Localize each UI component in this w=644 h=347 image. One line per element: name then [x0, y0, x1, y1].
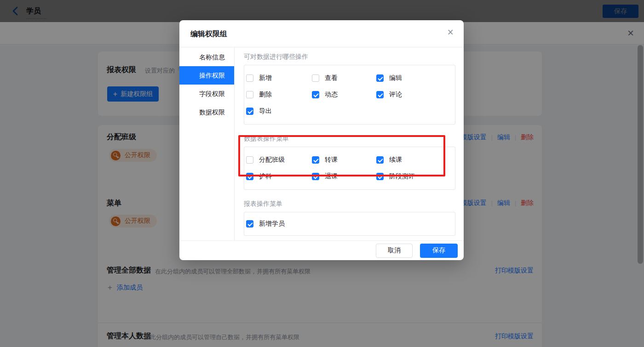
- tab-name-info[interactable]: 名称信息: [179, 48, 234, 66]
- checkbox-group-box: 分配班级 转课 续课: [244, 147, 455, 190]
- checkbox[interactable]: [312, 74, 319, 82]
- checkbox[interactable]: [312, 91, 319, 98]
- tab-field-permission[interactable]: 字段权限: [179, 85, 234, 103]
- checkbox-label: 导出: [259, 107, 272, 115]
- checkbox-label: 评论: [389, 91, 402, 99]
- checkbox[interactable]: [376, 173, 384, 180]
- checkbox-label: 查看: [325, 74, 338, 82]
- checkbox-item-activity[interactable]: 动态: [312, 91, 376, 99]
- screen: 学员 保存 × 报表权限 设置对应的「 + 新建权限组 分配班级: [0, 0, 644, 347]
- modal-tab-list: 名称信息 操作权限 字段权限 数据权限: [179, 47, 235, 240]
- checkbox-label: 动态: [325, 91, 338, 99]
- modal-content: 可对数据进行哪些操作 新增 查看: [235, 47, 464, 240]
- checkbox-item-renew-course[interactable]: 续课: [376, 156, 455, 164]
- checkbox[interactable]: [312, 156, 319, 164]
- checkbox-label: 续课: [389, 156, 402, 164]
- checkbox-item-create[interactable]: 新增: [246, 74, 312, 82]
- checkbox-item-assign-class[interactable]: 分配班级: [246, 156, 312, 164]
- modal-footer: 取消 保存: [179, 240, 464, 260]
- checkbox[interactable]: [246, 220, 253, 228]
- section-title: 数据表操作菜单: [244, 135, 455, 143]
- tab-operation-permission[interactable]: 操作权限: [179, 66, 234, 85]
- checkbox[interactable]: [246, 156, 253, 164]
- checkbox[interactable]: [312, 173, 319, 180]
- checkbox-item-edit[interactable]: 编辑: [376, 74, 455, 82]
- section-data-operations: 可对数据进行哪些操作 新增 查看: [244, 53, 455, 125]
- checkbox-label: 分配班级: [259, 156, 285, 164]
- modal-body: 名称信息 操作权限 字段权限 数据权限 可对数据进行哪些操作 新增: [179, 47, 464, 240]
- checkbox-item-expand-subject[interactable]: 扩科: [246, 172, 312, 181]
- checkbox[interactable]: [246, 108, 253, 115]
- modal-title: 编辑权限组: [190, 29, 227, 39]
- checkbox-item-export[interactable]: 导出: [246, 107, 312, 115]
- checkbox[interactable]: [246, 91, 253, 98]
- checkbox-label: 新增学员: [259, 220, 285, 228]
- edit-permission-group-modal: 编辑权限组 × 名称信息 操作权限 字段权限 数据权限 可对数据进行哪些操作: [179, 20, 464, 260]
- checkbox-item-delete[interactable]: 删除: [246, 91, 312, 99]
- modal-close-icon[interactable]: ×: [448, 26, 454, 39]
- checkbox-item-transfer-course[interactable]: 转课: [312, 156, 376, 164]
- checkbox-label: 新增: [259, 74, 272, 82]
- checkbox-label: 编辑: [389, 74, 402, 82]
- section-title: 报表操作菜单: [244, 200, 455, 208]
- checkbox-item-comment[interactable]: 评论: [376, 91, 455, 99]
- checkbox-group-box: 新增 查看 编辑: [244, 65, 455, 125]
- tab-data-permission[interactable]: 数据权限: [179, 103, 234, 121]
- section-title: 可对数据进行哪些操作: [244, 53, 455, 61]
- checkbox-label: 转课: [325, 156, 338, 164]
- checkbox-item-add-student[interactable]: 新增学员: [246, 220, 312, 228]
- checkbox[interactable]: [246, 173, 253, 180]
- modal-header: 编辑权限组 ×: [179, 20, 464, 47]
- checkbox-item-stage-assessment[interactable]: 阶段测评: [376, 172, 455, 181]
- checkbox-label: 删除: [259, 91, 272, 99]
- checkbox[interactable]: [376, 91, 384, 98]
- cancel-button[interactable]: 取消: [376, 244, 413, 258]
- checkbox-item-view[interactable]: 查看: [312, 74, 376, 82]
- save-button[interactable]: 保存: [420, 244, 458, 258]
- checkbox[interactable]: [376, 156, 384, 164]
- checkbox-label: 阶段测评: [389, 172, 415, 181]
- checkbox-label: 扩科: [259, 172, 272, 181]
- checkbox-item-withdraw-course[interactable]: 退课: [312, 172, 376, 181]
- section-table-operation-menu: 数据表操作菜单 分配班级 转课: [244, 135, 455, 190]
- section-report-operation-menu: 报表操作菜单 新增学员: [244, 200, 455, 236]
- checkbox[interactable]: [246, 74, 253, 82]
- checkbox-group-box: 新增学员: [244, 212, 455, 236]
- checkbox-label: 退课: [325, 172, 338, 181]
- checkbox[interactable]: [376, 74, 384, 82]
